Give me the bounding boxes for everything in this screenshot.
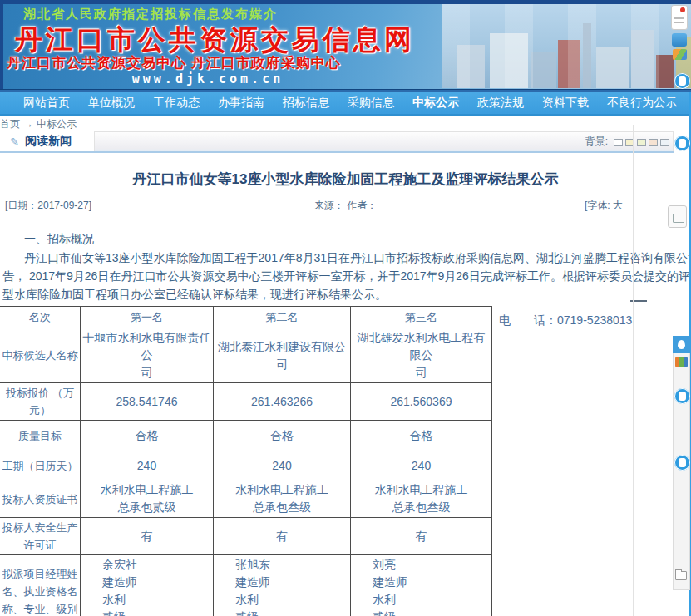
table-row: 工期（日历天）240240240 xyxy=(0,451,492,480)
messenger-float-icon[interactable] xyxy=(674,455,690,471)
table-row: 投标人资质证书水利水电工程施工 总承包贰级水利水电工程施工 总承包叁级水利水电工… xyxy=(0,480,492,518)
table-header-cell: 名次 xyxy=(0,307,81,328)
site-header: 湖北省人民政府指定招投标信息发布媒介 丹江口市公共资源交易信息网 丹江口市公共资… xyxy=(0,0,691,92)
breadcrumb: 首页→中标公示 xyxy=(0,117,634,131)
mini-picture-icon[interactable] xyxy=(673,49,687,60)
site-url: www.djk.com.cn xyxy=(0,71,416,86)
table-row-label: 中标候选人名称 xyxy=(0,328,81,383)
background-swatch[interactable] xyxy=(649,139,658,146)
section-heading: 一、招标概况 xyxy=(2,232,691,247)
table-cell: 240 xyxy=(81,451,214,480)
body-paragraph-line: 告， 2017年9月26日在丹江口市公共资源交易中心三楼开评标一室开标，并于20… xyxy=(2,269,691,284)
body-paragraph-line: 型水库除险加固工程项目办公室已经确认评标结果，现进行评标结果公示。 xyxy=(2,288,691,303)
contact-phone: 电 话：0719-5238013 xyxy=(499,313,632,328)
site-subtitle: 丹江口市公共资源交易中心 丹江口市政府采购中心 xyxy=(7,53,341,72)
table-cell: 刘亮 建造师 水利 贰级 鄂242141539764 xyxy=(351,555,492,616)
table-cell: 240 xyxy=(351,451,492,480)
nav-item[interactable]: 采购信息 xyxy=(348,96,394,111)
table-cell: 水利水电工程施工 总承包贰级 xyxy=(81,480,214,518)
table-cell: 合格 xyxy=(214,421,351,451)
messenger-float-icon[interactable] xyxy=(674,388,690,404)
table-cell: 有 xyxy=(81,518,214,555)
table-row-label: 投标人安全生产 许可证 xyxy=(0,518,81,555)
background-swatch[interactable] xyxy=(660,139,669,146)
table-cell: 余宏社 建造师 水利 贰级 鄂242151651135 xyxy=(81,555,214,616)
tab-bar-right: 背景: xyxy=(94,131,674,151)
nav-item[interactable]: 资料下载 xyxy=(542,96,589,111)
nav-item[interactable]: 工作动态 xyxy=(153,96,200,111)
table-header-row: 名次第一名第二名第三名 xyxy=(0,307,492,328)
pen-icon: ✎ xyxy=(10,136,19,148)
table-cell: 湖北雄发水利水电工程有限公 司 xyxy=(351,328,492,383)
table-cell: 有 xyxy=(351,518,492,555)
header-tagline: 湖北省人民政府指定招投标信息发布媒介 xyxy=(23,7,278,22)
messenger-float-icon[interactable] xyxy=(674,136,690,151)
nav-item[interactable]: 中标公示 xyxy=(412,96,459,111)
toolbar-folder-icon[interactable] xyxy=(675,571,687,580)
background-swatch[interactable] xyxy=(614,139,623,146)
nav-item[interactable]: 政策法规 xyxy=(477,96,524,111)
background-swatches xyxy=(611,135,669,150)
background-swatch[interactable] xyxy=(637,139,646,146)
tab-bar: ✎ 阅读新闻 背景: xyxy=(0,131,674,153)
table-cell: 合格 xyxy=(81,421,214,451)
table-row-label: 拟派项目经理姓 名、执业资格名 称、专业、级别 及证书编号 xyxy=(0,555,81,616)
photo-light-stripes xyxy=(442,4,691,88)
nav-menu: 网站首页单位概况工作动态办事指南招标信息采购信息中标公示政策法规资料下载不良行为… xyxy=(0,92,691,116)
toolbar-chart-icon[interactable] xyxy=(675,357,688,367)
table-row-label: 投标报价 （万 元） xyxy=(0,383,81,421)
folder-card-icon[interactable] xyxy=(668,205,687,228)
table-cell: 张旭东 建造师 水利 贰级 鄂242131325299 xyxy=(214,555,351,616)
table-cell: 湖北泰江水利建设有限公司 xyxy=(214,328,351,383)
bid-table-body: 名次第一名第二名第三名中标候选人名称十堰市水利水电有限责任公 司湖北泰江水利建设… xyxy=(0,307,492,616)
notification-card-icon[interactable] xyxy=(671,5,688,30)
breadcrumb-arrow: → xyxy=(23,118,33,130)
table-cell: 258.541746 xyxy=(81,383,214,421)
table-cell: 261.463266 xyxy=(214,383,351,421)
table-row-label: 工期（日历天） xyxy=(0,451,81,480)
content-divider-line xyxy=(633,125,634,616)
messenger-float-icon[interactable] xyxy=(674,73,690,89)
article-title: 丹江口市仙女等13座小型水库除险加固工程施工及监理评标结果公示 xyxy=(0,170,691,189)
table-row: 投标人安全生产 许可证有有有 xyxy=(0,518,492,555)
breadcrumb-home-link[interactable]: 首页 xyxy=(0,118,20,130)
nav-item[interactable]: 不良行为公示 xyxy=(607,96,677,111)
tab-read-news[interactable]: ✎ 阅读新闻 xyxy=(0,131,94,151)
table-cell: 合格 xyxy=(351,421,492,451)
table-header-cell: 第一名 xyxy=(81,307,214,328)
table-row: 拟派项目经理姓 名、执业资格名 称、专业、级别 及证书编号余宏社 建造师 水利 … xyxy=(0,555,492,616)
table-row: 中标候选人名称十堰市水利水电有限责任公 司湖北泰江水利建设有限公司湖北雄发水利水… xyxy=(0,328,492,383)
table-row-label: 质量目标 xyxy=(0,421,81,451)
table-header-cell: 第二名 xyxy=(214,307,351,328)
nav-item[interactable]: 办事指南 xyxy=(218,96,264,111)
table-row-label: 投标人资质证书 xyxy=(0,480,81,518)
nav-item[interactable]: 单位概况 xyxy=(88,96,135,111)
background-picker: 背景: xyxy=(585,135,669,150)
nav-item[interactable]: 网站首页 xyxy=(23,96,70,111)
mini-blue-icon[interactable] xyxy=(672,33,687,47)
table-row: 质量目标合格合格合格 xyxy=(0,421,492,451)
table-cell: 水利水电工程施工 总承包叁级 xyxy=(351,480,492,518)
tab-read-news-label: 阅读新闻 xyxy=(25,134,72,149)
table-header-cell: 第三名 xyxy=(351,307,492,328)
table-cell: 水利水电工程施工 总承包叁级 xyxy=(214,480,351,518)
article-meta-row: [日期：2017-09-27] 来源： 作者： [字体: 大 xyxy=(0,199,691,211)
table-row: 投标报价 （万 元）258.541746261.463266261.560369 xyxy=(0,383,492,421)
table-cell: 十堰市水利水电有限责任公 司 xyxy=(81,328,214,383)
cityscape-photo xyxy=(442,4,691,88)
table-cell: 有 xyxy=(214,518,351,555)
table-cell: 240 xyxy=(214,451,351,480)
font-size-control[interactable]: [字体: 大 xyxy=(585,199,623,213)
table-cell: 261.560369 xyxy=(351,383,492,421)
toolbar-active-drop-icon[interactable] xyxy=(673,336,690,353)
bid-table: 名次第一名第二名第三名中标候选人名称十堰市水利水电有限责任公 司湖北泰江水利建设… xyxy=(0,306,492,616)
breadcrumb-current: 中标公示 xyxy=(37,118,77,130)
nav-item[interactable]: 招标信息 xyxy=(283,96,329,111)
background-label: 背景: xyxy=(585,135,608,149)
body-paragraph-line: 丹江口市仙女等13座小型水库除险加固工程于2017年8月31日在丹江口市招标投标… xyxy=(2,251,691,266)
